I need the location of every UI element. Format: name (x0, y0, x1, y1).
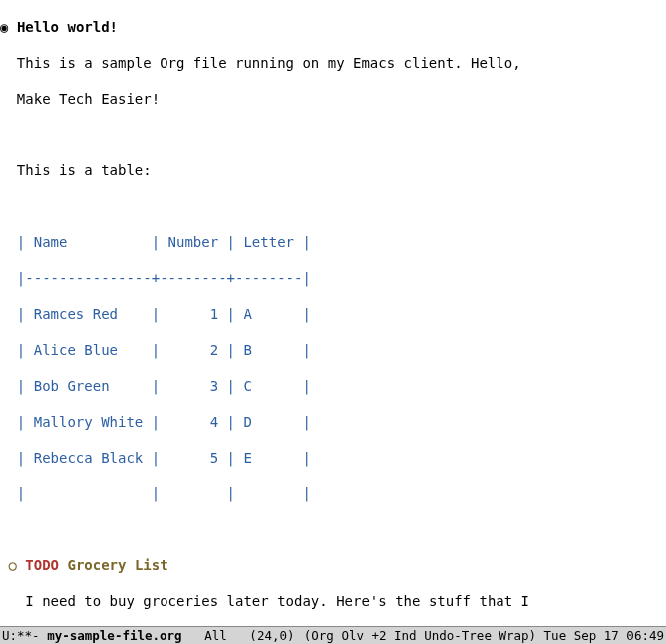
intro-line1: This is a sample Org file running on my … (17, 55, 521, 71)
org-buffer[interactable]: ◉ Hello world! This is a sample Org file… (0, 0, 666, 644)
heading1-title: Hello world! (17, 19, 118, 35)
table-row: | | | | (17, 485, 311, 501)
modeline-time: Tue Sep 17 06:49 (536, 627, 664, 644)
table-label: This is a table: (17, 162, 152, 178)
todo1-body1: I need to buy groceries later today. Her… (25, 593, 529, 609)
heading1-bullet: ◉ (0, 19, 8, 35)
table-header: | Name | Number | Letter | (17, 234, 311, 250)
heading2-title: Grocery List (67, 557, 167, 573)
todo-keyword: TODO (25, 557, 59, 573)
modeline-filename: my-sample-file.org (47, 627, 181, 644)
intro-line2: Make Tech Easier! (17, 91, 160, 107)
table-row: | Ramces Red | 1 | A | (17, 306, 311, 322)
table-row: | Rebecca Black | 5 | E | (17, 450, 311, 466)
heading2-bullet: ○ (8, 557, 16, 573)
table-row: | Mallory White | 4 | D | (17, 414, 311, 430)
modeline: U:**- my-sample-file.org All (24,0) (Org… (0, 626, 666, 644)
table-row: | Alice Blue | 2 | B | (17, 342, 311, 358)
modeline-position: All (24,0) (182, 627, 295, 644)
modeline-modes: (Org Olv +2 Ind Undo-Tree Wrap) (304, 627, 536, 644)
table-row: | Bob Green | 3 | C | (17, 378, 311, 394)
modeline-status: U:**- (2, 627, 47, 644)
table-rule: |---------------+--------+--------| (17, 270, 311, 286)
